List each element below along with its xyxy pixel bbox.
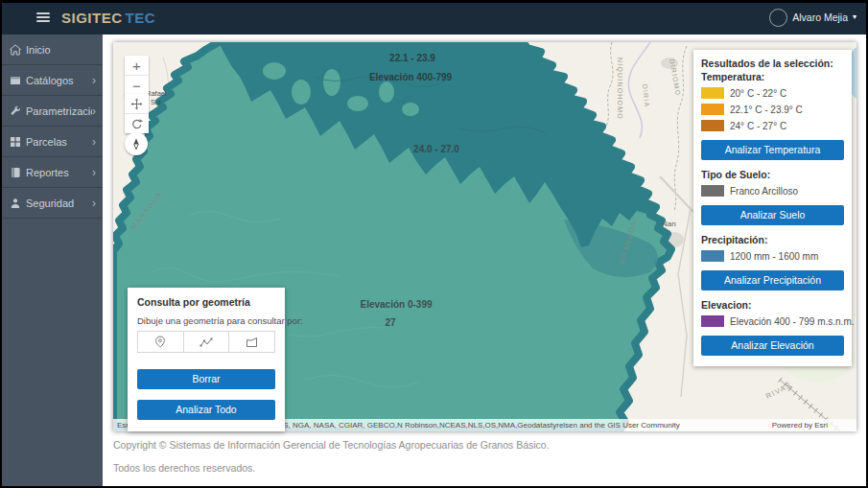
sidebar-item-label: Inicio [26,44,96,56]
sidebar-item-label: Parametrización [26,105,92,117]
elevation-heading: Elevacion: [701,299,844,311]
powered-by-esri: Powered by Esri [772,421,828,430]
map-zone-label: Elevación 0-399 [360,299,432,310]
brand-secondary: TEC [126,10,156,26]
report-icon [10,167,26,178]
compass-button[interactable] [125,132,148,155]
map-place-label: Nan [662,220,676,228]
temperature-swatch-3 [701,120,724,131]
polyline-tool-button[interactable] [183,332,229,352]
footer-copyright: Copyright © Sistemas de Información Gere… [113,439,550,451]
polyline-tool-icon [199,337,213,348]
legend-label: 24° C - 27° C [730,121,786,131]
geometry-panel-title: Consulta por geometría [137,296,275,308]
catalog-icon [10,75,26,86]
zoom-control: + − [125,56,149,95]
soil-heading: Tipo de Suelo: [701,169,844,180]
polygon-tool-button[interactable] [228,332,274,352]
draw-tool-row [137,331,275,353]
chevron-down-icon: ▾ [853,13,856,21]
pan-rotate-control [125,94,149,133]
sidebar-item-label: Seguridad [26,198,92,209]
legend-label: 22.1° C - 23.9° C [730,105,803,115]
legend-row: Elevación 400 - 799 m.s.n.m. [701,315,844,327]
sidebar: Inicio Catálogos › Parametrización › Par… [0,35,103,488]
pan-move-icon[interactable] [125,94,149,113]
chevron-right-icon: › [92,105,96,118]
sidebar-item-parametrizacion[interactable]: Parametrización › [0,96,103,127]
point-tool-button[interactable] [138,332,183,352]
analyze-precipitation-button[interactable]: Analizar Precipitación [701,270,844,290]
geometry-panel-subtitle: Dibuje una geometría para consultar por: [137,315,275,326]
analyze-soil-button[interactable]: Analizar Suelo [701,205,844,225]
legend-row: 24° C - 27° C [701,120,844,131]
sidebar-item-label: Parcelas [26,136,92,148]
rotate-icon[interactable] [125,113,149,133]
chevron-right-icon: › [92,74,96,87]
map-zone-label: 27 [385,317,396,328]
map-zone-label: 22.1 - 23.9 [389,53,435,63]
home-icon [10,44,26,56]
app-screen: SIGITECTEC Alvaro Mejia ▾ Inicio Catálog… [0,0,868,488]
footer-rights: Todos los derechos reservados. [113,462,255,474]
grid-icon [10,136,26,148]
sidebar-item-inicio[interactable]: Inicio [0,35,103,65]
zoom-out-button[interactable]: − [125,75,149,95]
map-place-label: Rafael [146,89,167,98]
avatar [769,9,787,27]
soil-swatch [701,185,724,197]
clear-button[interactable]: Borrar [137,369,275,389]
sidebar-item-label: Reportes [26,167,92,178]
legend-label: Elevación 400 - 799 m.s.n.m. [730,316,855,327]
precipitation-swatch [701,250,724,262]
sidebar-item-reportes[interactable]: Reportes › [0,157,103,188]
map-zone-label: 24.0 - 27.0 [413,144,459,154]
compass-needle-icon [129,137,143,151]
top-navbar: SIGITECTEC Alvaro Mejia ▾ [0,0,868,35]
precipitation-heading: Precipitación: [701,234,844,245]
user-icon [10,198,26,209]
zoom-in-button[interactable]: + [125,56,149,75]
sidebar-item-parcelas[interactable]: Parcelas › [0,127,103,157]
polygon-tool-icon [246,337,258,348]
map-place-label: NIQUINOHOMO [616,58,623,120]
legend-label: 20° C - 22° C [730,88,786,99]
temperature-heading: Temperatura: [701,71,844,82]
analyze-elevation-button[interactable]: Analizar Elevación [701,336,844,356]
hamburger-menu-icon[interactable] [36,12,50,22]
wrench-icon [10,105,26,117]
point-tool-icon [154,336,166,348]
legend-row: 1200 mm - 1600 mm [701,250,844,262]
sidebar-item-catalogos[interactable]: Catálogos › [0,65,103,96]
geometry-query-panel: Consulta por geometría Dibuje una geomet… [128,288,285,431]
legend-row: 20° C - 22° C [701,87,844,99]
map-zone-label: Elevación 400-799 [369,72,453,82]
analyze-all-button[interactable]: Analizar Todo [137,400,275,420]
chevron-right-icon: › [92,197,96,210]
legend-row: 22.1° C - 23.9° C [701,104,844,115]
sidebar-item-seguridad[interactable]: Seguridad › [0,188,103,219]
user-name: Alvaro Mejia [792,12,848,23]
temperature-swatch-2 [701,104,724,115]
chevron-right-icon: › [92,135,96,149]
map-canvas[interactable]: 22.1 - 23.9 Elevación 400-799 24.0 - 27.… [113,42,856,431]
legend-label: 1200 mm - 1600 mm [730,251,818,262]
legend-label: Franco Arcilloso [730,186,798,197]
app-logo[interactable]: SIGITECTEC [61,10,155,26]
legend-row: Franco Arcilloso [701,185,844,197]
results-panel-title: Resultados de la selección: [701,58,844,69]
selection-results-panel: Resultados de la selección: Temperatura:… [693,50,852,366]
sidebar-item-label: Catálogos [26,75,92,86]
elevation-swatch [701,315,724,327]
analyze-temperature-button[interactable]: Analizar Temperatura [701,140,844,160]
user-menu[interactable]: Alvaro Mejia ▾ [769,9,856,27]
chevron-right-icon: › [92,166,96,179]
temperature-swatch-1 [701,87,724,99]
brand-primary: SIGITEC [61,10,123,26]
